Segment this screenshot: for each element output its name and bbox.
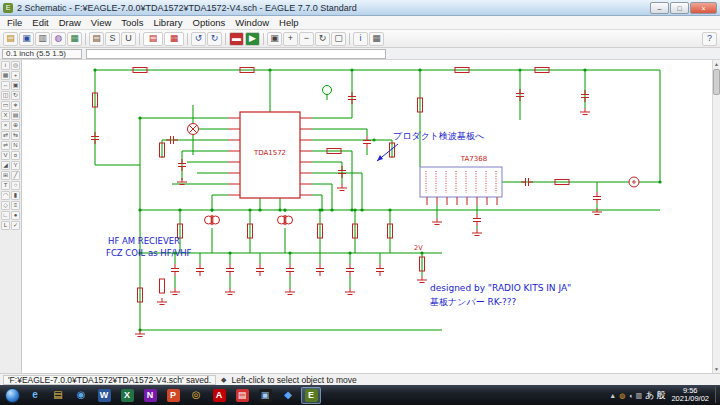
taskbar-word[interactable]: W (94, 387, 114, 404)
tool-arc[interactable]: ◠ (1, 191, 10, 200)
note-design-line2[interactable]: 基板ナンバー RK-??? (430, 297, 517, 307)
menu-edit[interactable]: Edit (27, 17, 53, 28)
tool-bus[interactable]: ≡ (11, 201, 20, 210)
tray-expand[interactable]: ▲ (609, 392, 616, 399)
sheet-preview-button[interactable]: ▤ (143, 32, 163, 46)
tool-rect[interactable]: ▮ (11, 191, 20, 200)
close-button[interactable]: × (690, 2, 717, 14)
tool-text[interactable]: T (1, 181, 10, 190)
start-button[interactable] (5, 388, 20, 403)
stop-button[interactable]: ▬ (229, 32, 244, 46)
taskbar-explorer[interactable]: ▤ (48, 387, 68, 404)
cam-processor-button[interactable]: ◍ (51, 32, 66, 46)
go-button[interactable]: ▶ (245, 32, 260, 46)
tool-wire[interactable]: ╱ (11, 171, 20, 180)
tool-gateswap[interactable]: ⇌ (1, 141, 10, 150)
tool-mark[interactable]: + (11, 71, 20, 80)
minimize-button[interactable]: – (650, 2, 669, 14)
tool-circle[interactable]: ○ (11, 181, 20, 190)
menu-file[interactable]: File (2, 17, 27, 28)
taskbar-pdf[interactable]: ▤ (232, 387, 252, 404)
tool-replace[interactable]: ⇆ (11, 131, 20, 140)
net-wires[interactable] (95, 70, 660, 330)
tool-group[interactable]: ▭ (1, 101, 10, 110)
switch-to-board-button[interactable]: ▦ (67, 32, 82, 46)
note-receiver-line1[interactable]: HF AM RECIEVER (108, 236, 180, 246)
schematic-drawing[interactable]: TDA1572 TA7368 (22, 60, 712, 373)
schematic-canvas[interactable]: TDA1572 TA7368 (22, 60, 712, 373)
tool-split[interactable]: Y (11, 161, 20, 170)
zoom-out-button[interactable]: − (299, 32, 314, 46)
tool-display[interactable]: ▦ (1, 71, 10, 80)
ic-tda1572[interactable]: TDA1572 (228, 112, 312, 198)
print-button[interactable]: ▥ (35, 32, 50, 46)
tool-invoke[interactable]: ⊞ (1, 171, 10, 180)
show-desktop-button[interactable] (715, 387, 720, 403)
tool-move[interactable]: ↔ (1, 81, 10, 90)
tool-copy[interactable]: ▣ (11, 81, 20, 90)
vertical-scrollbar[interactable]: ▲ ▼ (712, 60, 720, 373)
voltage-label[interactable]: 2V (414, 244, 423, 252)
open-button[interactable]: ▤ (3, 32, 18, 46)
command-line-input[interactable] (86, 49, 386, 59)
board-preview-button[interactable]: ▦ (164, 32, 184, 46)
zoom-select-button[interactable]: ▢ (331, 32, 346, 46)
taskbar-eagle[interactable]: E (301, 387, 321, 404)
menu-tools[interactable]: Tools (116, 17, 148, 28)
tool-change[interactable]: ∗ (11, 101, 20, 110)
tool-paste[interactable]: ▤ (11, 111, 20, 120)
note-design-line1[interactable]: designed by "RADIO KITS IN JA" (430, 283, 571, 293)
tray-network[interactable]: ▥ (636, 392, 643, 399)
scrollbar-thumb[interactable] (713, 69, 720, 95)
taskbar-excel[interactable]: X (117, 387, 137, 404)
taskbar-clock[interactable]: 9:56 2021/09/02 (671, 387, 709, 403)
tool-rotate[interactable]: ↻ (11, 91, 20, 100)
tool-polygon[interactable]: ◇ (1, 201, 10, 210)
taskbar-app-blue[interactable]: ◆ (278, 387, 298, 404)
redo-button[interactable]: ↻ (207, 32, 222, 46)
save-button[interactable]: ▣ (19, 32, 34, 46)
taskbar-chrome[interactable]: ◎ (186, 387, 206, 404)
tool-erc[interactable]: ✓ (11, 221, 20, 230)
help-button[interactable]: ? (702, 32, 717, 46)
menu-window[interactable]: Window (230, 17, 274, 28)
note-receiver-line2[interactable]: FCZ COIL as HF/VHF (106, 248, 192, 258)
scroll-down-arrow[interactable]: ▼ (713, 365, 720, 373)
window-icon[interactable]: E (3, 3, 13, 13)
tool-miter[interactable]: ◢ (1, 161, 10, 170)
taskbar-ie[interactable]: e (25, 387, 45, 404)
tray-ime-mode[interactable]: 般 (656, 391, 665, 400)
tool-add[interactable]: ⊕ (11, 121, 20, 130)
tool-net[interactable]: ∟ (1, 211, 10, 220)
menu-draw[interactable]: Draw (54, 17, 86, 28)
script-button[interactable]: S (105, 32, 120, 46)
menu-library[interactable]: Library (148, 17, 187, 28)
taskbar-powerpoint[interactable]: P (163, 387, 183, 404)
tool-smash[interactable]: ¤ (11, 151, 20, 160)
tray-volume[interactable]: ◖ (628, 392, 632, 399)
info-button[interactable]: i (353, 32, 368, 46)
ic-ta7368[interactable]: TA7368 (420, 155, 502, 205)
taskbar-onenote[interactable]: N (140, 387, 160, 404)
probe-marker[interactable] (323, 86, 332, 101)
tool-name[interactable]: N (11, 141, 20, 150)
menu-help[interactable]: Help (274, 17, 304, 28)
taskbar-acrobat[interactable]: A (209, 387, 229, 404)
display-layers-button[interactable]: ▦ (369, 32, 384, 46)
scroll-up-arrow[interactable]: ▲ (713, 60, 720, 68)
tool-junction[interactable]: ● (11, 211, 20, 220)
component-symbols[interactable] (91, 68, 639, 337)
tool-delete[interactable]: × (1, 121, 10, 130)
library-button[interactable]: ▤ (89, 32, 104, 46)
run-ulp-button[interactable]: U (121, 32, 136, 46)
ic-label-ta7368[interactable]: TA7368 (460, 155, 487, 163)
tool-cut[interactable]: X (1, 111, 10, 120)
maximize-button[interactable]: □ (670, 2, 689, 14)
tray-ime-kana[interactable]: あ (645, 391, 654, 400)
undo-button[interactable]: ↺ (191, 32, 206, 46)
tool-info[interactable]: i (1, 61, 10, 70)
tool-show[interactable]: ◎ (11, 61, 20, 70)
ic-label-tda1572[interactable]: TDA1572 (253, 149, 286, 157)
taskbar-app-dark[interactable]: ▣ (255, 387, 275, 404)
tool-mirror[interactable]: ◫ (1, 91, 10, 100)
